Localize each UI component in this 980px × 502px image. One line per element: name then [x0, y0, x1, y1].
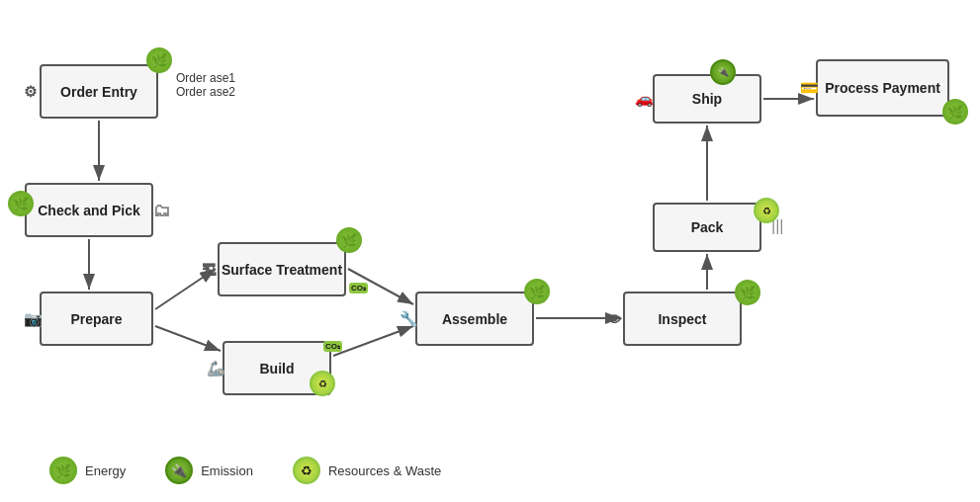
svg-line-4: [155, 326, 221, 351]
resource-badge-pack: ♻: [754, 198, 779, 223]
node-ship[interactable]: 🚗 Ship: [653, 74, 761, 124]
resource-badge-build: ♻: [310, 371, 335, 396]
node-process-payment[interactable]: 💳 Process Payment: [816, 59, 949, 117]
node-surface-treatment[interactable]: 🏗 Surface Treatment: [218, 242, 346, 296]
process-flow-diagram: ⚙ Order Entry 🌿 Order ase1 Order ase2 Ch…: [0, 0, 980, 502]
node-pack[interactable]: Pack: [653, 203, 761, 252]
energy-badge-assemble: 🌿: [524, 279, 550, 304]
node-check-pick[interactable]: Check and Pick 🗂: [25, 183, 153, 237]
energy-badge-surface: 🌿: [336, 227, 362, 253]
co2-badge-surface: CO₂: [349, 283, 368, 293]
legend-resource-icon: ♻: [293, 457, 320, 484]
node-assemble[interactable]: 🔧 Assemble: [415, 292, 534, 346]
legend-energy-icon: 🌿: [49, 457, 77, 484]
legend-emission-icon: 🔌: [165, 457, 193, 484]
order-note: Order ase1 Order ase2: [176, 71, 235, 99]
node-inspect[interactable]: 👁 Inspect: [623, 292, 742, 346]
energy-badge-order-entry: 🌿: [146, 47, 172, 73]
energy-badge-payment: 🌿: [942, 99, 968, 125]
emission-badge-ship: 🔌: [710, 59, 736, 85]
legend-emission: 🔌 Emission: [165, 457, 253, 484]
node-order-entry[interactable]: ⚙ Order Entry: [40, 64, 158, 119]
svg-line-6: [333, 326, 413, 356]
legend: 🌿 Energy 🔌 Emission ♻ Resources & Waste: [49, 457, 441, 484]
legend-energy: 🌿 Energy: [49, 457, 126, 484]
node-prepare[interactable]: 📷 Prepare: [40, 292, 153, 346]
co2-badge-build: CO₂: [323, 341, 342, 352]
energy-badge-check-pick: 🌿: [8, 191, 34, 216]
legend-resources: ♻ Resources & Waste: [293, 457, 441, 484]
energy-badge-inspect: 🌿: [735, 280, 760, 305]
